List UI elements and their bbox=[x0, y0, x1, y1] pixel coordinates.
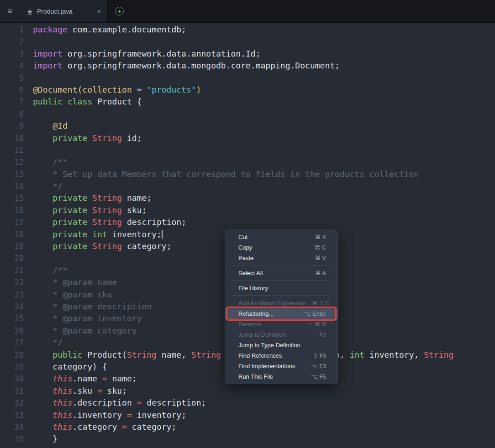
code-line[interactable]: 15 private String name; bbox=[0, 192, 495, 204]
code-text: private String description; bbox=[33, 216, 186, 228]
code-line[interactable]: 34 this.category = category; bbox=[0, 421, 495, 433]
code-line[interactable]: 17 private String description; bbox=[0, 216, 495, 228]
code-text: this.name = name; bbox=[33, 373, 137, 385]
code-line[interactable]: 33 this.inventory = inventory; bbox=[0, 409, 495, 421]
code-line[interactable]: 8 bbox=[0, 108, 495, 120]
menu-item-cut[interactable]: Cut⌘ X bbox=[225, 232, 338, 242]
menu-item-copy[interactable]: Copy⌘ C bbox=[225, 242, 338, 253]
line-number: 2 bbox=[0, 36, 24, 47]
code-line[interactable]: 3import org.springframework.data.annotat… bbox=[0, 48, 495, 60]
code-text: import org.springframework.data.annotati… bbox=[33, 48, 261, 60]
code-line[interactable]: 14 */ bbox=[0, 180, 495, 192]
code-text: private String category; bbox=[33, 240, 171, 252]
menu-item-label: File History bbox=[238, 285, 268, 292]
line-number: 30 bbox=[0, 373, 24, 385]
line-number: 20 bbox=[0, 252, 24, 264]
code-text: private String sku; bbox=[33, 204, 147, 216]
code-text: /** bbox=[33, 156, 68, 168]
menu-item-refactoring[interactable]: Refactoring...⌥ Enter bbox=[225, 308, 338, 319]
code-line[interactable]: 12 /** bbox=[0, 156, 495, 168]
hamburger-icon: ≡ bbox=[7, 6, 12, 16]
menu-item-label: Copy bbox=[238, 244, 252, 251]
tab-product-java[interactable]: Product.java × bbox=[20, 0, 108, 22]
menu-item-run-this-file[interactable]: Run This File⌥ F5 bbox=[225, 371, 338, 382]
code-line[interactable]: 6@Document(collection = "products") bbox=[0, 84, 495, 96]
code-line[interactable]: 2 bbox=[0, 36, 495, 47]
code-text: public class Product { bbox=[33, 96, 142, 108]
menu-item-label: Refactoring... bbox=[238, 310, 274, 317]
code-text: private String name; bbox=[33, 192, 152, 204]
code-line[interactable]: 13 * Set up data Members that correspond… bbox=[0, 168, 495, 180]
tab-close-icon[interactable]: × bbox=[95, 7, 103, 16]
code-text: * @param inventory bbox=[33, 313, 142, 324]
menu-item-shortcut: ⌥ ⌘ R bbox=[306, 321, 326, 328]
code-line[interactable]: 1package com.example.documentdb; bbox=[0, 24, 495, 36]
line-number: 7 bbox=[0, 96, 24, 108]
code-line[interactable]: 9 @Id bbox=[0, 120, 495, 132]
menu-item-shortcut: ⌘ X bbox=[315, 234, 326, 240]
menu-item-label: Cut bbox=[238, 234, 248, 240]
code-text: /** bbox=[33, 265, 68, 276]
code-line[interactable]: 5 bbox=[0, 72, 495, 84]
tab-bar: ≡ Product.java × + bbox=[0, 0, 495, 23]
line-number: 6 bbox=[0, 84, 24, 96]
code-text: this.sku = sku; bbox=[33, 385, 127, 397]
menu-item-shortcut: ⌘ ⇧ C bbox=[312, 300, 330, 307]
code-line[interactable]: 7public class Product { bbox=[0, 96, 495, 108]
code-text: this.category = category; bbox=[33, 421, 176, 433]
code-text: } bbox=[33, 433, 58, 445]
menu-item-shortcut: F3 bbox=[319, 332, 326, 338]
line-number: 13 bbox=[0, 168, 24, 180]
menu-item-label: Paste bbox=[238, 255, 253, 261]
menu-item-shortcut: ⌘ C bbox=[315, 244, 326, 251]
line-number: 27 bbox=[0, 337, 24, 349]
menu-item-find-implementations[interactable]: Find Implementations⌥ F3 bbox=[225, 361, 338, 371]
menu-item-jump-to-type-definition[interactable]: Jump to Type Definition bbox=[225, 340, 338, 350]
line-number: 19 bbox=[0, 240, 24, 252]
line-number: 1 bbox=[0, 24, 24, 36]
line-number: 29 bbox=[0, 361, 24, 373]
text-cursor bbox=[162, 230, 163, 239]
code-line[interactable]: 31 this.sku = sku; bbox=[0, 385, 495, 397]
code-line[interactable]: 10 private String id; bbox=[0, 132, 495, 144]
menu-item-shortcut: ⌥ Enter bbox=[304, 310, 326, 317]
new-tab-button[interactable]: + bbox=[115, 7, 124, 16]
code-text: */ bbox=[33, 180, 63, 192]
code-line[interactable]: 16 private String sku; bbox=[0, 204, 495, 216]
code-text: this.inventory = inventory; bbox=[33, 409, 186, 421]
code-line[interactable]: 11 bbox=[0, 144, 495, 156]
menu-item-label: Jump to Definition bbox=[238, 331, 286, 338]
menu-item-file-history[interactable]: File History bbox=[225, 283, 338, 293]
code-line[interactable]: 32 this.description = description; bbox=[0, 397, 495, 409]
menu-item-label: Rename bbox=[238, 321, 261, 328]
line-number: 17 bbox=[0, 216, 24, 228]
code-text: this.description = description; bbox=[33, 397, 206, 409]
code-line[interactable]: 35 } bbox=[0, 433, 495, 445]
line-number: 33 bbox=[0, 409, 24, 421]
menu-separator bbox=[230, 265, 332, 266]
menu-item-jump-to-definition: Jump to DefinitionF3 bbox=[225, 329, 338, 340]
code-text: */ bbox=[33, 337, 63, 349]
line-number: 3 bbox=[0, 48, 24, 60]
code-text: * @param description bbox=[33, 301, 152, 313]
code-line[interactable]: 4import org.springframework.data.mongodb… bbox=[0, 60, 495, 72]
menu-item-paste[interactable]: Paste⌘ V bbox=[225, 253, 338, 263]
menu-item-label: Add As Watch Expression bbox=[238, 300, 306, 307]
line-number: 18 bbox=[0, 229, 24, 240]
line-number: 15 bbox=[0, 192, 24, 204]
line-number: 12 bbox=[0, 156, 24, 168]
menu-item-select-all[interactable]: Select All⌘ A bbox=[225, 268, 338, 278]
code-text: private int inventory; bbox=[33, 229, 163, 240]
code-text: @Document(collection = "products") bbox=[33, 84, 201, 96]
line-number: 4 bbox=[0, 60, 24, 72]
menu-item-add-as-watch-expression: Add As Watch Expression⌘ ⇧ C bbox=[225, 298, 338, 308]
code-text: package com.example.documentdb; bbox=[33, 24, 186, 36]
tab-title: Product.java bbox=[37, 8, 91, 15]
code-text: * @param sku bbox=[33, 289, 112, 301]
menu-item-find-references[interactable]: Find References⇧ F3 bbox=[225, 350, 338, 361]
menu-item-shortcut: ⌘ A bbox=[315, 270, 326, 276]
line-number: 25 bbox=[0, 313, 24, 324]
menu-item-label: Find Implementations bbox=[238, 363, 295, 370]
hamburger-menu-button[interactable]: ≡ bbox=[0, 0, 20, 22]
line-number: 9 bbox=[0, 120, 24, 132]
